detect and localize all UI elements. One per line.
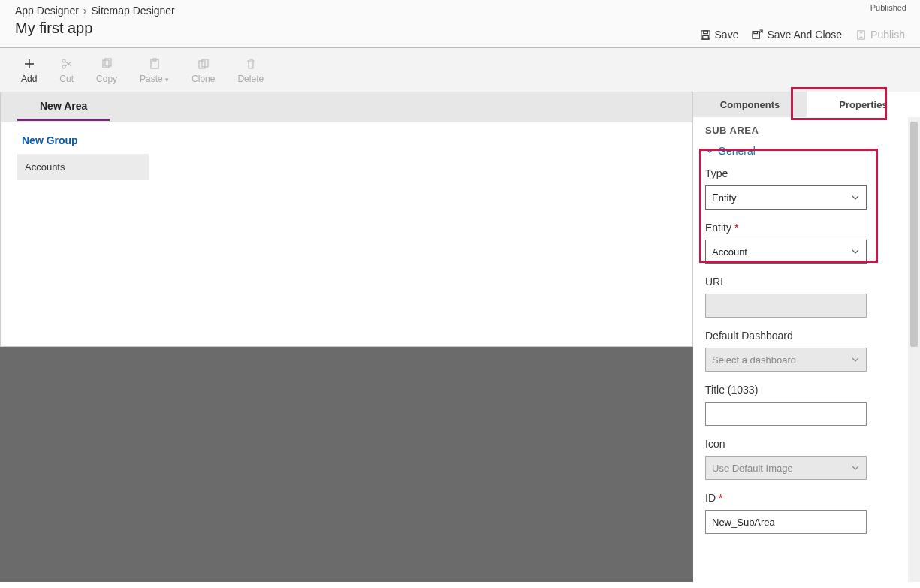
field-entity: Entity * Account bbox=[705, 222, 908, 264]
group-title[interactable]: New Group bbox=[17, 134, 676, 146]
icon-value: Use Default Image bbox=[712, 463, 793, 474]
scrollbar[interactable] bbox=[908, 117, 920, 582]
cut-button: Cut bbox=[59, 57, 74, 84]
dashboard-placeholder: Select a dashboard bbox=[712, 354, 796, 366]
icon-select[interactable]: Use Default Image bbox=[705, 456, 867, 480]
trash-icon bbox=[244, 57, 258, 71]
save-button[interactable]: Save bbox=[700, 29, 739, 41]
section-general-label: General bbox=[718, 145, 756, 157]
title-label: Title (1033) bbox=[705, 384, 908, 396]
title-input[interactable] bbox=[705, 402, 867, 426]
svg-point-7 bbox=[62, 59, 65, 62]
chevron-right-icon: › bbox=[83, 5, 87, 17]
paste-icon bbox=[148, 57, 161, 71]
section-general[interactable]: General bbox=[705, 145, 908, 157]
add-button[interactable]: Add bbox=[21, 57, 37, 84]
cut-label: Cut bbox=[59, 74, 74, 84]
delete-button: Delete bbox=[237, 57, 264, 84]
dashboard-label: Default Dashboard bbox=[705, 330, 908, 342]
id-label: ID * bbox=[705, 492, 908, 504]
area-header: New Area bbox=[1, 92, 692, 122]
type-value: Entity bbox=[712, 192, 737, 204]
chevron-down-icon bbox=[851, 193, 860, 202]
field-id: ID * New_SubArea bbox=[705, 492, 908, 534]
breadcrumb-root[interactable]: App Designer bbox=[15, 5, 79, 17]
publish-button: Publish bbox=[855, 29, 905, 41]
chevron-down-icon bbox=[851, 355, 860, 364]
save-close-label: Save And Close bbox=[767, 29, 842, 41]
canvas: New Area New Group Accounts bbox=[0, 92, 693, 582]
breadcrumb: App Designer › Sitemap Designer bbox=[15, 5, 905, 17]
field-icon: Icon Use Default Image bbox=[705, 438, 908, 480]
canvas-body: New Group Accounts bbox=[1, 122, 692, 192]
scissors-icon bbox=[60, 57, 74, 71]
save-icon bbox=[700, 29, 711, 41]
canvas-area: New Area New Group Accounts bbox=[0, 92, 693, 347]
toolbar: Add Cut Copy Paste ▾ Clone Delete bbox=[0, 48, 920, 92]
scroll-thumb[interactable] bbox=[910, 122, 918, 347]
entity-value: Account bbox=[712, 246, 747, 258]
field-title: Title (1033) bbox=[705, 384, 908, 426]
plus-icon bbox=[23, 57, 36, 71]
svg-point-6 bbox=[62, 65, 65, 68]
delete-label: Delete bbox=[237, 74, 264, 84]
id-input[interactable]: New_SubArea bbox=[705, 510, 867, 534]
copy-icon bbox=[100, 57, 113, 71]
field-url: URL bbox=[705, 276, 908, 318]
clone-icon bbox=[197, 57, 210, 71]
panel-heading: SUB AREA bbox=[705, 125, 908, 136]
dashboard-select[interactable]: Select a dashboard bbox=[705, 348, 867, 372]
save-and-close-button[interactable]: Save And Close bbox=[752, 29, 842, 41]
copy-label: Copy bbox=[96, 74, 117, 84]
tab-components[interactable]: Components bbox=[693, 92, 807, 117]
paste-button: Paste ▾ bbox=[140, 57, 169, 84]
subarea-item[interactable]: Accounts bbox=[17, 154, 149, 180]
svg-rect-4 bbox=[754, 31, 758, 33]
status-published: Published bbox=[870, 3, 906, 12]
header-actions: Save Save And Close Publish bbox=[700, 29, 905, 41]
type-label: Type bbox=[705, 167, 908, 179]
main: New Area New Group Accounts Components P… bbox=[0, 92, 920, 582]
entity-label: Entity * bbox=[705, 222, 908, 234]
add-label: Add bbox=[21, 74, 37, 84]
breadcrumb-current: Sitemap Designer bbox=[92, 5, 175, 17]
type-select[interactable]: Entity bbox=[705, 185, 867, 210]
area-tab[interactable]: New Area bbox=[17, 100, 110, 121]
publish-label: Publish bbox=[870, 29, 905, 41]
save-label: Save bbox=[715, 29, 739, 41]
copy-button: Copy bbox=[96, 57, 117, 84]
url-input bbox=[705, 294, 867, 318]
publish-icon bbox=[855, 29, 867, 41]
header: App Designer › Sitemap Designer My first… bbox=[0, 0, 920, 48]
entity-select[interactable]: Account bbox=[705, 240, 867, 264]
tab-properties[interactable]: Properties bbox=[807, 92, 920, 117]
clone-button: Clone bbox=[192, 57, 215, 84]
field-type: Type Entity bbox=[705, 167, 908, 210]
icon-label: Icon bbox=[705, 438, 908, 450]
svg-rect-1 bbox=[703, 30, 707, 33]
panel-body: SUB AREA General Type Entity Entity * Ac… bbox=[693, 117, 920, 582]
url-label: URL bbox=[705, 276, 908, 288]
paste-label: Paste ▾ bbox=[140, 74, 169, 84]
svg-rect-2 bbox=[702, 35, 708, 39]
chevron-down-icon bbox=[851, 247, 860, 256]
chevron-down-icon bbox=[851, 463, 860, 472]
panel-tabs: Components Properties bbox=[693, 92, 920, 117]
clone-label: Clone bbox=[192, 74, 215, 84]
field-dashboard: Default Dashboard Select a dashboard bbox=[705, 330, 908, 372]
id-value: New_SubArea bbox=[712, 517, 775, 528]
right-panel: Components Properties SUB AREA General T… bbox=[693, 92, 920, 582]
chevron-down-icon bbox=[705, 146, 714, 155]
save-close-icon bbox=[752, 29, 763, 41]
